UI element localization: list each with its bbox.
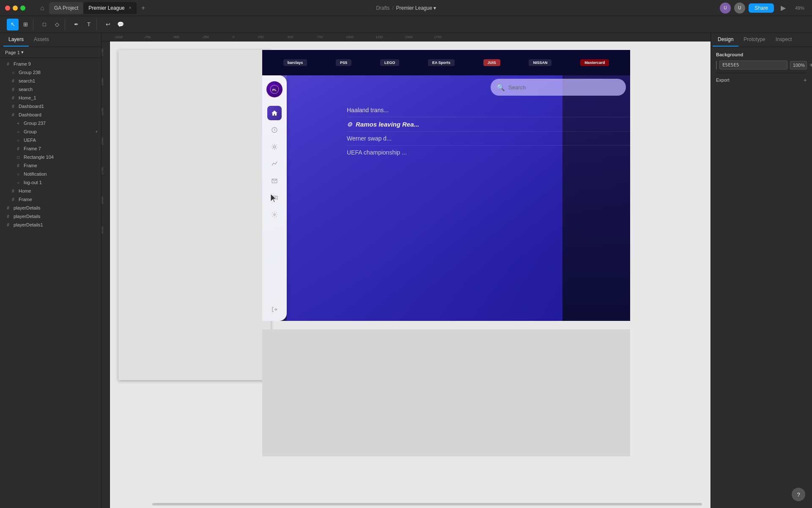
bg-opacity-input[interactable] [790, 61, 807, 69]
horizontal-scrollbar[interactable] [152, 503, 702, 505]
main-layout: Layers Assets Page 1 ▾ # Frame 9 ○ Group… [0, 33, 812, 508]
layer-frame7[interactable]: # Frame 7 [0, 144, 101, 153]
rectangle-tool[interactable]: □ [38, 19, 50, 30]
pen-icon: ✒ [74, 21, 79, 28]
frame-icon: # [15, 146, 21, 152]
nav-home-item[interactable] [267, 106, 282, 120]
search-placeholder: Search [508, 84, 526, 91]
nav-video-item[interactable] [267, 190, 282, 205]
avatar-2: U [734, 3, 745, 14]
bg-color-swatch[interactable] [716, 61, 717, 69]
layer-group238[interactable]: ○ Group 238 [0, 68, 101, 77]
shape-tool[interactable]: ◇ [51, 19, 63, 30]
right-panel-tabs: Design Prototype Inspect [711, 33, 812, 47]
layer-notification[interactable]: ○ Notification [0, 170, 101, 178]
visibility-toggle[interactable]: 👁 [809, 63, 812, 68]
bg-section-header: Background [716, 52, 807, 57]
export-section: Export + [716, 73, 807, 87]
news-gear-icon: ⚙ [347, 121, 352, 128]
tab-assets[interactable]: Assets [29, 33, 54, 47]
layer-label: Dashboard1 [19, 104, 44, 109]
nav-gear-item[interactable] [267, 207, 282, 222]
undo-tool[interactable]: ↩ [102, 19, 114, 30]
tab-close-icon[interactable]: × [129, 6, 132, 10]
layer-group[interactable]: ○ Group ▾ [0, 127, 101, 136]
pen-tool[interactable]: ✒ [70, 19, 82, 30]
tab-premier-league[interactable]: Premier League × [83, 2, 136, 14]
layer-logout[interactable]: ○ log-out 1 [0, 178, 101, 187]
settings-nav-icon [271, 144, 278, 150]
page-selector[interactable]: Page 1 ▾ [5, 50, 24, 55]
sponsor-ps5: PS5 [336, 59, 351, 66]
search-bar[interactable]: 🔍 Search [491, 79, 626, 96]
tab-inspect[interactable]: Inspect [771, 33, 797, 47]
ruler-mark-v: 2250 [102, 108, 104, 116]
ruler-mark: 1500 [405, 35, 413, 39]
layer-search1[interactable]: # search1 [0, 77, 101, 85]
mail-nav-icon [271, 177, 278, 184]
rect-icon: □ [15, 154, 21, 160]
layer-frame-home[interactable]: # Frame [0, 195, 101, 204]
layer-search[interactable]: # search [0, 85, 101, 94]
frame-icon: # [10, 196, 16, 202]
page-arrow-icon: ▾ [21, 50, 24, 55]
layer-label: Group [24, 129, 37, 134]
layer-label: Notification [24, 171, 47, 177]
news-item-3: Werner swap d... [347, 132, 630, 146]
tab-ga-project[interactable]: GA Project [49, 2, 83, 14]
zoom-level[interactable]: 49% [793, 5, 807, 11]
layer-playerdetails2[interactable]: # playerDetails [0, 212, 101, 221]
group-icon: ○ [10, 69, 16, 75]
layer-frame-inner[interactable]: # Frame [0, 161, 101, 170]
news-item-2-text: Ramos leaving Rea... [356, 121, 419, 128]
home-button[interactable]: ⌂ [36, 3, 49, 14]
canvas-content: barclays PS5 LEGO EA Sports JUIS NISSAN … [110, 41, 710, 508]
frame-tool[interactable]: ⊞ [19, 19, 31, 30]
group-icon: ○ [15, 179, 21, 185]
layer-dashboard[interactable]: # Dashboard [0, 110, 101, 119]
nav-stats-item[interactable] [267, 123, 282, 137]
layer-playerdetails1[interactable]: # playerDetails1 [0, 221, 101, 229]
help-icon: ? [797, 491, 800, 498]
canvas-area[interactable]: -1000 -750 -500 -250 0 250 500 750 1000 … [102, 33, 710, 508]
layer-dashboard1[interactable]: # Dashboard1 [0, 102, 101, 110]
layer-rect104[interactable]: □ Rectangle 104 [0, 153, 101, 161]
titlebar-right: U U Share ▶ 49% [720, 2, 807, 14]
minimize-button[interactable] [13, 6, 18, 11]
share-button[interactable]: Share [749, 3, 774, 13]
comment-tool[interactable]: 💬 [115, 19, 126, 30]
select-tool[interactable]: ↖ [7, 19, 19, 30]
layer-home[interactable]: # Home [0, 187, 101, 195]
close-button[interactable] [5, 6, 10, 11]
search-icon: 🔍 [497, 83, 505, 91]
layer-uefa[interactable]: ○ UEFA [0, 136, 101, 144]
layer-frame9[interactable]: # Frame 9 [0, 60, 101, 68]
tab-prototype[interactable]: Prototype [738, 33, 770, 47]
breadcrumb-arrow-icon: ▾ [433, 5, 436, 11]
new-tab-button[interactable]: + [138, 3, 148, 13]
video-nav-icon [271, 194, 278, 201]
sponsor-nissan: NISSAN [529, 59, 551, 66]
play-button[interactable]: ▶ [777, 2, 789, 14]
export-add-button[interactable]: + [804, 77, 807, 83]
maximize-button[interactable] [20, 6, 25, 11]
nav-mail-item[interactable] [267, 174, 282, 188]
news-item-4-text: UEFA championship ... [347, 149, 407, 156]
frame-icon: # [5, 213, 11, 219]
text-tool[interactable]: T [83, 19, 95, 30]
news-item-4: UEFA championship ... [347, 146, 630, 159]
layer-playerdetails[interactable]: # playerDetails [0, 204, 101, 212]
help-button[interactable]: ? [792, 488, 805, 501]
layer-home1[interactable]: # Home_1 [0, 94, 101, 102]
layer-group237[interactable]: + Group 237 [0, 119, 101, 127]
tab-premier-label: Premier League [88, 5, 124, 11]
tab-design[interactable]: Design [713, 33, 738, 47]
nav-logout-item[interactable] [267, 302, 282, 317]
nav-chart-item[interactable] [267, 157, 282, 171]
breadcrumb-current[interactable]: Premier League ▾ [396, 5, 436, 11]
nav-settings-item[interactable] [267, 140, 282, 154]
tab-layers[interactable]: Layers [3, 33, 29, 47]
ruler-mark: 250 [258, 35, 263, 39]
bg-hex-input[interactable] [719, 61, 787, 69]
right-panel-content: Background 👁 Export + [711, 47, 812, 508]
